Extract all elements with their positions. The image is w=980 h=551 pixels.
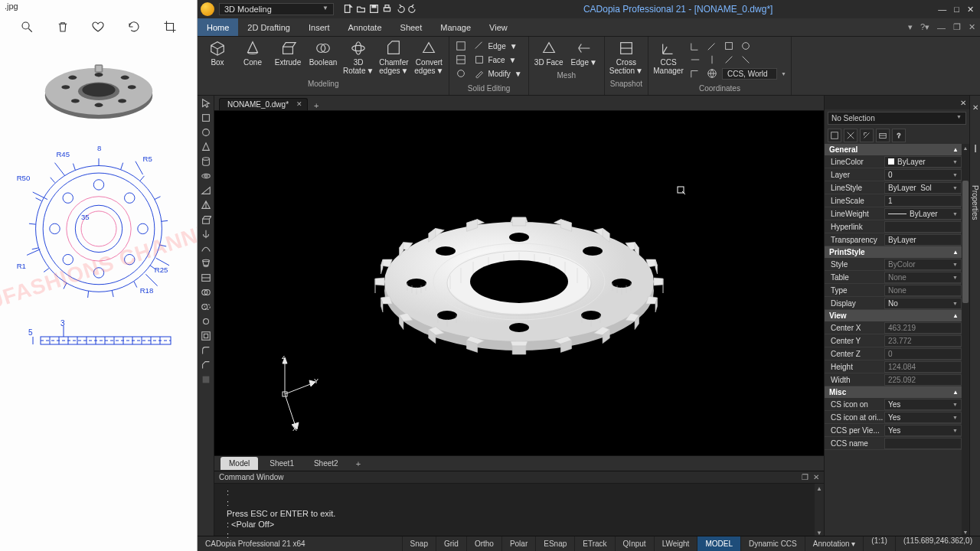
ts-union-icon[interactable] [199,286,213,298]
tab-close-icon[interactable]: ✕ [296,100,302,108]
box-button[interactable]: Box [202,40,233,67]
coord-small-5[interactable] [688,54,702,66]
close-button[interactable]: ✕ [967,5,974,15]
command-input[interactable]: : : Press ESC or ENTER to exit. : <Polar… [214,484,824,536]
prop-tool-4[interactable] [876,129,890,142]
ts-pyramid-icon[interactable] [199,199,213,211]
coord-small-9[interactable] [688,67,702,80]
tab-2d-drafting[interactable]: 2D Drafting [238,18,299,36]
tab-view[interactable]: View [480,18,517,36]
printstyle-field[interactable]: ByColor [884,259,962,270]
layer-field[interactable]: 0 [884,169,962,181]
workspace-selector[interactable]: 3D Modeling [219,3,334,15]
transparency-field[interactable]: ByLayer [884,234,962,246]
face-button[interactable]: Face▼ [472,54,523,66]
ts-intersect-icon[interactable] [199,315,213,328]
app-logo-icon[interactable] [201,2,214,16]
mdi-close-icon[interactable]: ✕ [969,22,975,32]
status-scale[interactable]: (1:1) [863,536,895,551]
zoom-icon[interactable] [20,20,34,37]
toggle-annotation[interactable]: Annotation ▾ [805,536,864,551]
print-icon[interactable] [382,4,392,15]
trash-icon[interactable] [56,20,70,37]
ts-sweep-icon[interactable] [199,243,213,255]
ribbon-expand-icon[interactable]: ▾ [908,22,913,32]
layout-tab-model[interactable]: Model [220,457,258,470]
mdi-minimize-icon[interactable]: — [937,23,946,32]
undo-icon[interactable] [395,4,405,15]
tab-manage[interactable]: Manage [431,18,480,36]
layout-tab-sheet1[interactable]: Sheet1 [261,457,302,470]
ts-box-icon[interactable] [199,112,213,124]
3d-face-button[interactable]: 3D Face [534,40,564,67]
ts-sphere-icon[interactable] [199,126,213,139]
ts-face-icon[interactable] [199,373,213,386]
modify-button[interactable]: Modify▼ [472,67,523,80]
coord-small-8[interactable] [739,54,753,66]
convert-edges-button[interactable]: Convertedges▼ [413,40,444,75]
prop-tool-help[interactable]: ? [892,129,906,142]
lineweight-field[interactable]: ByLayer [884,208,962,220]
hyperlink-field[interactable] [884,221,962,233]
se-icon-3[interactable] [454,67,468,80]
se-icon-2[interactable] [454,54,468,66]
se-icon-1[interactable] [454,40,468,52]
ts-cyl-icon[interactable] [199,155,213,168]
mesh-edge-button[interactable]: Edge▼ [569,40,599,67]
selection-filter[interactable]: No Selection [828,112,966,125]
new-icon[interactable] [343,4,353,15]
ts-extrude-icon[interactable] [199,214,213,226]
ts-subtract-icon[interactable] [199,301,213,313]
layout-tab-sheet2[interactable]: Sheet2 [305,457,347,470]
ts-wedge-icon[interactable] [199,184,213,197]
prop-tool-1[interactable] [828,129,841,142]
ts-cone-icon[interactable] [199,141,213,153]
properties-scrollbar[interactable]: ▲▼ [962,144,969,536]
rail-close-icon[interactable]: ✕ [972,103,978,112]
maximize-button[interactable]: □ [954,5,959,15]
coord-small-3[interactable] [722,40,736,52]
crop-icon[interactable] [163,20,177,37]
ccs-field[interactable]: CCS, World [722,68,777,80]
ts-shell-icon[interactable] [199,330,213,342]
tab-insert[interactable]: Insert [299,18,339,36]
save-icon[interactable] [369,4,379,15]
3d-rotate-button[interactable]: 3DRotate▼ [343,40,374,75]
viewport[interactable]: Z Y X [214,111,824,455]
rail-tab-properties[interactable]: Properties [971,185,979,220]
coord-small-7[interactable] [722,54,736,66]
ccs-manager-button[interactable]: CCSManager [653,40,684,75]
section-misc[interactable]: Misc▴ [825,386,962,398]
cross-section-button[interactable]: CrossSection▼ [609,40,643,75]
layout-tab-add[interactable]: + [350,459,367,468]
ts-loft-icon[interactable] [199,257,213,269]
tab-sheet[interactable]: Sheet [391,18,432,36]
printdisplay-field[interactable]: No [884,298,962,309]
linecolor-field[interactable]: ByLayer [884,156,962,168]
coord-small-6[interactable] [705,54,719,66]
ccsname-field[interactable] [884,438,962,449]
prop-tool-3[interactable] [860,129,874,142]
coord-small-4[interactable] [739,40,753,52]
extrude-button[interactable]: Extrude [273,40,303,67]
ts-chamfer-icon[interactable] [199,359,213,371]
redo-icon[interactable] [408,4,418,15]
ts-slice-icon[interactable] [199,272,213,284]
prop-tool-2[interactable] [844,129,858,142]
edge-button[interactable]: Edge▼ [472,40,523,52]
open-icon[interactable] [356,4,366,15]
csorig-field[interactable]: Yes [884,412,962,423]
help-icon[interactable]: ?▾ [920,22,929,32]
refresh-icon[interactable] [127,20,141,37]
mdi-restore-icon[interactable]: ❐ [953,22,961,32]
boolean-button[interactable]: Boolean [308,40,338,67]
tab-annotate[interactable]: Annotate [339,18,391,36]
ccspv-field[interactable]: Yes [884,425,962,436]
tab-home[interactable]: Home [198,18,238,36]
cmd-close-icon[interactable]: ✕ [813,473,819,481]
linescale-field[interactable]: 1 [884,195,962,207]
ccs-world-icon[interactable] [705,67,719,80]
csicon-field[interactable]: Yes [884,399,962,410]
document-tab[interactable]: NONAME_0.dwg*✕ [219,98,308,110]
document-tab-add[interactable]: + [309,101,323,110]
